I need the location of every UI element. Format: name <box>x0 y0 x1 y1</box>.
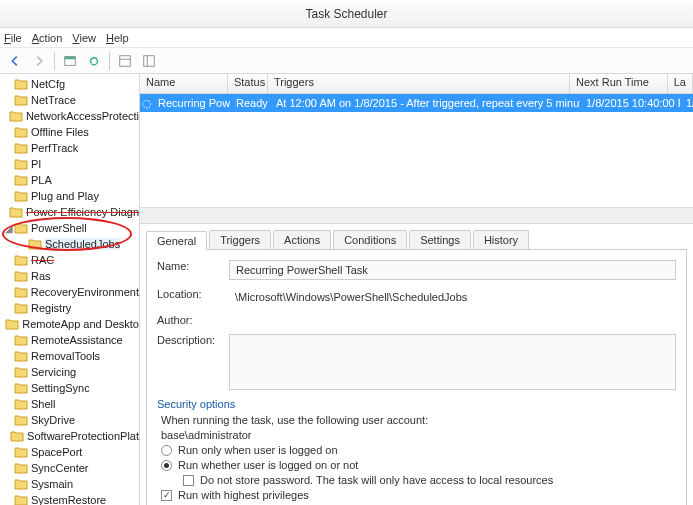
tab-triggers[interactable]: Triggers <box>209 230 271 249</box>
tree-item[interactable]: Sysmain <box>0 476 139 492</box>
task-list[interactable]: ◌ Recurring Power... Ready At 12:00 AM o… <box>140 94 693 224</box>
tree-item[interactable]: RAC <box>0 252 139 268</box>
security-account: base\administrator <box>161 429 676 441</box>
folder-icon <box>9 206 23 218</box>
tab-actions[interactable]: Actions <box>273 230 331 249</box>
tree-item[interactable]: NetworkAccessProtecti <box>0 108 139 124</box>
tree-item[interactable]: RemoteAssistance <box>0 332 139 348</box>
tab-history[interactable]: History <box>473 230 529 249</box>
tree-item-label: SkyDrive <box>31 414 75 426</box>
folder-icon <box>10 430 24 442</box>
tree-item[interactable]: ◢PowerShell <box>0 220 139 236</box>
tree-item[interactable]: SpacePort <box>0 444 139 460</box>
horizontal-scrollbar[interactable] <box>140 207 693 223</box>
menu-view[interactable]: View <box>72 32 96 44</box>
tree-view[interactable]: NetCfgNetTraceNetworkAccessProtectiOffli… <box>0 74 140 505</box>
svg-rect-2 <box>120 55 131 66</box>
field-author <box>229 314 676 320</box>
task-status: Ready <box>230 97 270 109</box>
tree-item[interactable]: SkyDrive <box>0 412 139 428</box>
folder-icon <box>14 142 28 154</box>
tree-item[interactable]: SystemRestore <box>0 492 139 505</box>
tab-conditions[interactable]: Conditions <box>333 230 407 249</box>
menu-file[interactable]: File <box>4 32 22 44</box>
folder-icon <box>14 350 28 362</box>
svg-rect-4 <box>144 55 155 66</box>
tree-item[interactable]: Ras <box>0 268 139 284</box>
tree-item[interactable]: Shell <box>0 396 139 412</box>
folder-icon <box>14 414 28 426</box>
task-icon: ◌ <box>140 97 152 110</box>
menu-help[interactable]: Help <box>106 32 129 44</box>
refresh-button[interactable] <box>83 50 105 72</box>
tree-item[interactable]: RecoveryEnvironment <box>0 284 139 300</box>
tree-item-label: SettingSync <box>31 382 90 394</box>
tree-item[interactable]: Power Efficiency Diagn <box>0 204 139 220</box>
folder-icon <box>14 462 28 474</box>
radio-run-logged-on[interactable]: Run only when user is logged on <box>161 444 676 456</box>
back-button[interactable] <box>4 50 26 72</box>
tree-item[interactable]: RemoteApp and Deskto <box>0 316 139 332</box>
tree-item[interactable]: NetTrace <box>0 92 139 108</box>
toolbar-btn-3[interactable] <box>138 50 160 72</box>
folder-icon <box>14 478 28 490</box>
tree-item[interactable]: RemovalTools <box>0 348 139 364</box>
folder-icon <box>14 174 28 186</box>
folder-icon <box>14 222 28 234</box>
tree-item[interactable]: ScheduledJobs <box>0 236 139 252</box>
folder-icon <box>14 446 28 458</box>
tree-item[interactable]: PerfTrack <box>0 140 139 156</box>
col-nextrun[interactable]: Next Run Time <box>570 74 668 93</box>
tree-item[interactable]: NetCfg <box>0 76 139 92</box>
tree-item-label: Plug and Play <box>31 190 99 202</box>
check-highest-priv[interactable]: ✓ Run with highest privileges <box>161 489 676 501</box>
check-label: Run with highest privileges <box>178 489 309 501</box>
tree-item-label: RAC <box>31 254 54 266</box>
tree-item[interactable]: SyncCenter <box>0 460 139 476</box>
toolbar-separator <box>54 52 55 70</box>
tree-item-label: NetTrace <box>31 94 76 106</box>
tab-general-body: Name: Recurring PowerShell Task Location… <box>146 250 687 505</box>
tree-item[interactable]: Servicing <box>0 364 139 380</box>
tree-item[interactable]: Offline Files <box>0 124 139 140</box>
check-label: Do not store password. The task will onl… <box>200 474 553 486</box>
tree-item[interactable]: Plug and Play <box>0 188 139 204</box>
tree-item[interactable]: SettingSync <box>0 380 139 396</box>
radio-run-whether[interactable]: Run whether user is logged on or not <box>161 459 676 471</box>
field-description[interactable] <box>229 334 676 390</box>
tree-item[interactable]: Registry <box>0 300 139 316</box>
checkbox-icon <box>183 475 194 486</box>
col-lastrun[interactable]: La <box>668 74 693 93</box>
expand-icon[interactable]: ◢ <box>4 223 14 234</box>
folder-icon <box>14 366 28 378</box>
toolbar-btn-2[interactable] <box>114 50 136 72</box>
forward-button[interactable] <box>28 50 50 72</box>
task-list-header: Name Status Triggers Next Run Time La <box>140 74 693 94</box>
field-name[interactable]: Recurring PowerShell Task <box>229 260 676 280</box>
folder-icon <box>28 238 42 250</box>
task-row[interactable]: ◌ Recurring Power... Ready At 12:00 AM o… <box>140 94 693 112</box>
tab-settings[interactable]: Settings <box>409 230 471 249</box>
tab-general[interactable]: General <box>146 231 207 250</box>
tree-item-label: SystemRestore <box>31 494 106 505</box>
tree-item[interactable]: SoftwareProtectionPlat <box>0 428 139 444</box>
tree-item-label: RemoteApp and Deskto <box>22 318 139 330</box>
col-name[interactable]: Name <box>140 74 228 93</box>
col-triggers[interactable]: Triggers <box>268 74 570 93</box>
folder-icon <box>14 302 28 314</box>
tree-item-label: Sysmain <box>31 478 73 490</box>
menu-action[interactable]: Action <box>32 32 63 44</box>
radio-label: Run whether user is logged on or not <box>178 459 358 471</box>
tree-item-label: Power Efficiency Diagn <box>26 206 139 218</box>
toolbar-btn-1[interactable] <box>59 50 81 72</box>
tree-item-label: NetworkAccessProtecti <box>26 110 139 122</box>
tree-item[interactable]: PLA <box>0 172 139 188</box>
svg-rect-1 <box>65 56 76 59</box>
check-no-store[interactable]: Do not store password. The task will onl… <box>183 474 676 486</box>
tree-item-label: PI <box>31 158 41 170</box>
tree-item-label: NetCfg <box>31 78 65 90</box>
folder-icon <box>14 190 28 202</box>
toolbar <box>0 48 693 74</box>
tree-item[interactable]: PI <box>0 156 139 172</box>
col-status[interactable]: Status <box>228 74 268 93</box>
